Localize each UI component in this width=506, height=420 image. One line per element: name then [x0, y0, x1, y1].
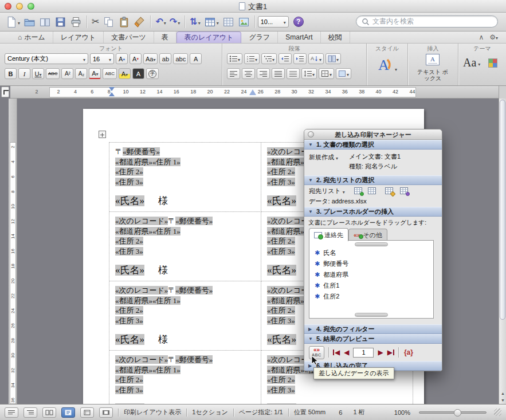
merge-field[interactable]: «住所 2» — [115, 237, 143, 245]
merge-field[interactable]: «都道府県» — [115, 296, 152, 305]
tab-other[interactable]: «»その他 — [348, 229, 387, 241]
bullets-button[interactable] — [227, 53, 242, 64]
label-cell[interactable]: 〒«郵便番号»«都道府県»«住所 1»«住所 2»«住所 3»«氏名»様 — [109, 143, 261, 212]
font-tool-shrink[interactable]: A — [130, 53, 142, 64]
merge-field[interactable]: «都道府県» — [115, 366, 152, 374]
merge-format-button[interactable]: {a} — [404, 348, 413, 356]
palette-close-button[interactable] — [308, 131, 314, 138]
merge-field[interactable]: «氏名» — [115, 265, 144, 276]
palette-titlebar[interactable]: 差し込み印刷マネージャー — [304, 129, 442, 140]
save-button[interactable] — [53, 14, 68, 29]
vertical-scrollbar[interactable]: ▲ ▼ — [499, 99, 506, 404]
merge-field[interactable]: «都道府県» — [267, 366, 304, 374]
collapse-ribbon-button[interactable]: ∧ — [478, 33, 484, 41]
placeholder-item[interactable]: ✱郵便番号 — [309, 258, 433, 269]
create-new-menu[interactable]: 新規作成 — [309, 153, 338, 162]
merge-field[interactable]: «住所 2» — [267, 237, 295, 245]
merge-field[interactable]: «郵便番号» — [175, 286, 213, 295]
merge-field[interactable]: «住所 1» — [152, 366, 181, 374]
edit-data-source-button[interactable] — [385, 186, 394, 195]
merge-field[interactable]: «氏名» — [267, 195, 296, 206]
font-tool-hl[interactable]: A — [119, 68, 131, 79]
resize-grip[interactable] — [494, 409, 501, 416]
merge-field[interactable]: «郵便番号» — [175, 355, 213, 364]
merge-field[interactable]: «住所 1» — [152, 296, 181, 305]
font-tool-sup[interactable]: A² — [61, 68, 73, 79]
zoom-slider-knob[interactable] — [454, 409, 461, 417]
font-size-select[interactable]: 16 — [90, 53, 114, 64]
merge-field[interactable]: «次のレコード» — [115, 217, 168, 225]
new-document-button[interactable] — [3, 14, 22, 29]
page-indicator[interactable]: ページ指定: 1/1 — [239, 408, 283, 417]
next-record-button[interactable]: ▶ — [378, 348, 383, 356]
increase-indent-button[interactable] — [293, 53, 307, 64]
font-tool-ucolor[interactable]: A — [89, 68, 101, 79]
label-cell[interactable]: «次のレコード»〒«郵便番号»«都道府県»«住所 1»«住所 2»«住所 3»«… — [109, 212, 261, 281]
cut-button[interactable]: ✂ — [90, 14, 101, 29]
merge-field[interactable]: «住所 2» — [115, 375, 143, 384]
ribbon-tab-4[interactable]: 表のレイアウト — [176, 32, 242, 43]
label-cell[interactable]: «次のレコード»〒«郵便番号»«都道府県»«住所 1»«住所 2»«住所 3»«… — [109, 281, 261, 351]
section-1-header[interactable]: 1. 文書の種類の選択 — [304, 140, 442, 150]
focus-view-button[interactable] — [99, 407, 113, 418]
merge-field[interactable]: «住所 2» — [115, 167, 143, 176]
insert-table-button[interactable] — [202, 14, 221, 29]
vertical-ruler[interactable]: 24681012141618202224262830323436 — [9, 99, 17, 404]
merge-field[interactable]: «住所 3» — [267, 386, 295, 394]
section-indicator[interactable]: 1セクション — [192, 408, 227, 417]
font-tool-u[interactable]: U — [32, 68, 44, 79]
section-2-header[interactable]: 2. 宛先リストの選択 — [304, 175, 442, 185]
merge-field[interactable]: «住所 3» — [115, 247, 143, 256]
format-painter-button[interactable] — [132, 14, 147, 29]
print-layout-view-button[interactable] — [61, 407, 75, 418]
merge-field[interactable]: «住所 3» — [115, 386, 143, 394]
font-tool-ruby[interactable]: ab — [159, 53, 171, 64]
section-5-header[interactable]: 5. 結果のプレビュー — [304, 334, 442, 344]
first-record-button[interactable]: ◀ — [333, 348, 340, 356]
insert-media-button[interactable] — [236, 14, 252, 29]
zoom-percentage[interactable]: 100% — [394, 409, 410, 416]
styles-button[interactable]: A — [375, 55, 397, 73]
merge-field[interactable]: «住所 1» — [152, 227, 181, 235]
help-button[interactable]: ? — [293, 17, 304, 27]
search-field[interactable]: 文書内を検索 — [356, 15, 498, 28]
columns-button[interactable] — [325, 53, 341, 64]
merge-field[interactable]: «氏名» — [267, 334, 296, 345]
font-tool-enc[interactable]: 字 — [146, 68, 159, 79]
merge-field[interactable]: «住所 2» — [267, 306, 295, 315]
recipient-list-menu[interactable]: 宛先リスト — [309, 187, 345, 195]
horizontal-ruler[interactable]: 2 24681012141618202224262830323436384042… — [10, 86, 499, 99]
placeholder-item[interactable]: ✱住所1 — [309, 280, 433, 291]
merge-field[interactable]: «都道府県» — [267, 296, 304, 305]
merge-field[interactable]: «住所 3» — [115, 316, 143, 325]
theme-colors-button[interactable] — [488, 58, 497, 68]
merge-field[interactable]: «氏名» — [267, 265, 296, 276]
merge-field[interactable]: «次のレコード» — [115, 355, 168, 364]
scroll-down-button[interactable]: ▼ — [499, 397, 506, 404]
font-tool-i[interactable]: I — [18, 68, 30, 79]
mail-merge-manager[interactable]: 差し込み印刷マネージャー 1. 文書の種類の選択 新規作成 メイン文書: 文書1… — [304, 129, 442, 371]
font-tool-grow[interactable]: A — [116, 53, 128, 64]
undo-button[interactable]: ↶ — [154, 14, 167, 29]
merge-field[interactable]: «郵便番号» — [175, 217, 213, 225]
scroll-pill-top[interactable] — [355, 242, 388, 246]
copy-button[interactable] — [101, 14, 116, 29]
publishing-view-button[interactable] — [42, 407, 56, 418]
align-right-button[interactable] — [257, 68, 270, 79]
label-cell[interactable]: «次のレコード»〒«郵便番号»«都道府県»«住所 1»«住所 2»«住所 3»«… — [109, 351, 261, 404]
font-tool-ruby2[interactable]: ABC — [103, 68, 116, 79]
decrease-indent-button[interactable] — [279, 53, 292, 64]
reorder-button[interactable]: ⇅ — [188, 14, 202, 29]
multilevel-list-button[interactable] — [261, 53, 277, 64]
merge-field[interactable]: «都道府県» — [115, 158, 152, 166]
merge-field[interactable]: «都道府県» — [267, 158, 304, 166]
themes-button[interactable]: Aa — [463, 56, 480, 69]
merge-field[interactable]: «氏名» — [115, 334, 144, 345]
distribute-button[interactable] — [287, 68, 300, 79]
font-tool-outline[interactable]: abc — [173, 53, 188, 64]
font-tool-charbox[interactable]: A — [190, 53, 202, 64]
previous-record-button[interactable]: ◀ — [344, 348, 349, 356]
last-record-button[interactable]: ▶ — [387, 348, 394, 356]
merge-field[interactable]: «住所 2» — [267, 167, 295, 176]
section-3-header[interactable]: 3. プレースホルダーの挿入 — [304, 207, 442, 217]
